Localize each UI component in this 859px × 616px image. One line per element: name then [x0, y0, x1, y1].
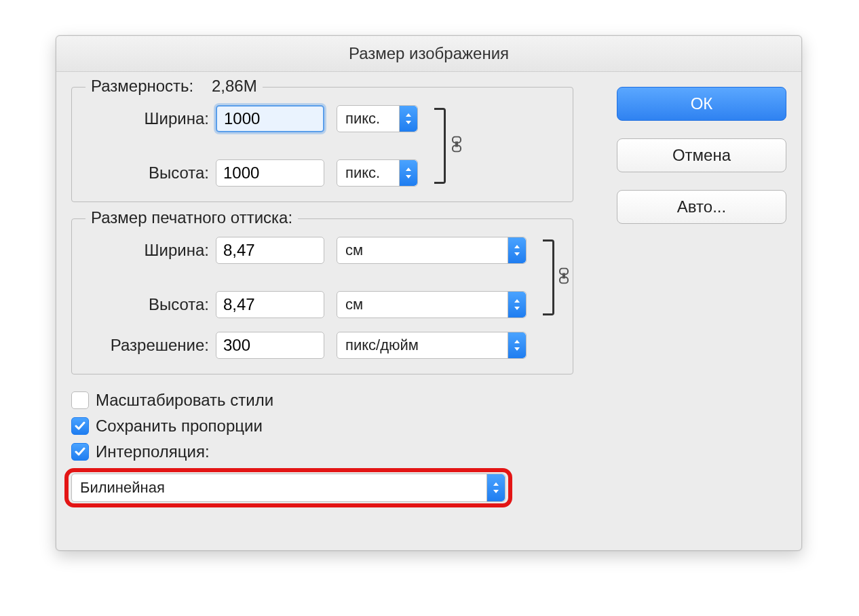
pixel-width-unit-text: пикс.: [345, 110, 399, 128]
updown-icon: [508, 292, 526, 317]
constrain-row: Сохранить пропорции: [71, 417, 786, 436]
ok-button[interactable]: ОК: [617, 87, 786, 121]
print-height-label: Высота:: [87, 295, 216, 314]
print-size-legend: Размер печатного оттиска:: [85, 208, 298, 227]
updown-icon: [399, 160, 417, 186]
interpolation-label: Интерполяция:: [96, 442, 210, 461]
pixel-width-unit-select[interactable]: пикс.: [337, 105, 418, 132]
pixel-dimensions-legend: Размерность: 2,86М: [85, 77, 263, 96]
scale-styles-checkbox[interactable]: [71, 391, 89, 409]
resolution-unit-text: пикс/дюйм: [345, 336, 508, 354]
pixel-dimensions-legend-prefix: Размерность:: [91, 77, 193, 95]
cancel-button[interactable]: Отмена: [617, 138, 786, 172]
pixel-height-input[interactable]: [216, 159, 324, 187]
updown-icon: [508, 332, 526, 358]
print-height-input[interactable]: [216, 291, 324, 318]
print-width-row: Ширина: см: [87, 237, 527, 264]
pixel-width-row: Ширина: пикс.: [87, 105, 418, 132]
resolution-row: Разрешение: пикс/дюйм: [87, 332, 558, 359]
pixel-height-unit-select[interactable]: пикс.: [337, 159, 418, 187]
interpolation-checkbox[interactable]: [71, 443, 89, 461]
print-height-unit-text: см: [345, 296, 508, 313]
image-size-dialog: Размер изображения ОК Отмена Авто... Раз…: [56, 35, 802, 551]
pixel-height-row: Высота: пикс.: [87, 159, 418, 187]
pixel-width-input[interactable]: [216, 105, 324, 132]
resolution-unit-select[interactable]: пикс/дюйм: [337, 332, 527, 359]
updown-icon: [508, 237, 526, 263]
pixel-dimensions-group: Размерность: 2,86М Ширина: пикс.: [71, 87, 573, 202]
auto-button[interactable]: Авто...: [617, 190, 786, 224]
print-width-unit-select[interactable]: см: [337, 237, 527, 264]
scale-styles-label: Масштабировать стили: [96, 391, 273, 410]
link-bracket: [430, 105, 451, 187]
dialog-buttons: ОК Отмена Авто...: [617, 87, 786, 224]
interpolation-select-wrap: Билинейная: [71, 474, 505, 502]
updown-icon: [399, 106, 417, 132]
interpolation-row: Интерполяция:: [71, 442, 786, 461]
print-width-input[interactable]: [216, 237, 324, 264]
pixel-width-label: Ширина:: [87, 109, 216, 128]
print-height-unit-select[interactable]: см: [337, 291, 527, 318]
dialog-content: ОК Отмена Авто... Размерность: 2,86М Шир…: [56, 72, 801, 551]
print-width-unit-text: см: [345, 242, 508, 259]
pixel-height-label: Высота:: [87, 163, 216, 182]
options-checks: Масштабировать стили Сохранить пропорции…: [71, 391, 786, 461]
link-icon: [451, 136, 463, 156]
print-height-row: Высота: см: [87, 291, 527, 318]
pixel-height-unit-text: пикс.: [345, 164, 399, 182]
constrain-label: Сохранить пропорции: [96, 417, 263, 436]
print-width-label: Ширина:: [87, 241, 216, 260]
constrain-checkbox[interactable]: [71, 417, 89, 435]
link-bracket: [539, 237, 558, 318]
resolution-label: Разрешение:: [87, 336, 216, 355]
updown-icon: [486, 474, 505, 501]
interpolation-select[interactable]: Билинейная: [71, 474, 505, 502]
svg-rect-2: [455, 142, 458, 147]
pixel-dimensions-size: 2,86М: [212, 77, 257, 95]
dialog-title: Размер изображения: [56, 36, 801, 72]
svg-rect-5: [562, 273, 565, 279]
resolution-input[interactable]: [216, 332, 324, 359]
scale-styles-row: Масштабировать стили: [71, 391, 786, 410]
interpolation-selected-text: Билинейная: [80, 479, 486, 497]
print-size-group: Размер печатного оттиска: Ширина: см: [71, 218, 573, 374]
link-icon: [558, 268, 570, 288]
